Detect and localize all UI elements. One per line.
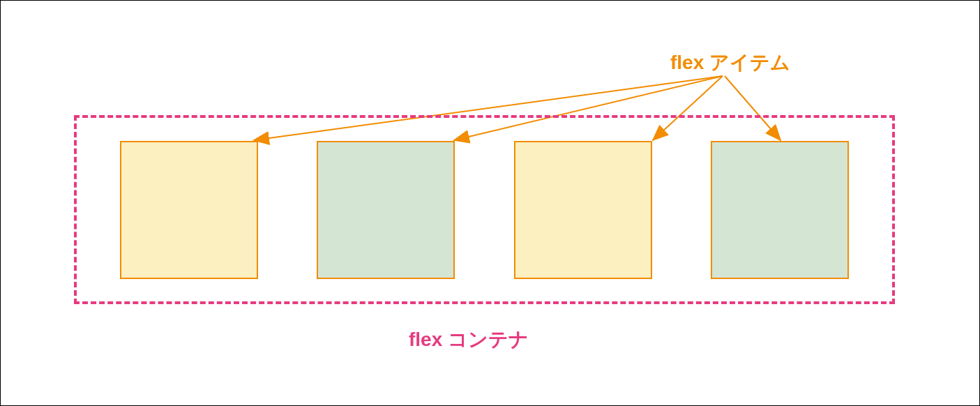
flex-items-label: flex アイテム [670, 50, 790, 76]
flex-item-1 [120, 141, 258, 279]
flex-item-3 [514, 141, 652, 279]
flex-item-4 [711, 141, 849, 279]
flex-item-2 [317, 141, 455, 279]
flex-container [74, 115, 895, 304]
flex-container-label: flex コンテナ [409, 326, 529, 353]
